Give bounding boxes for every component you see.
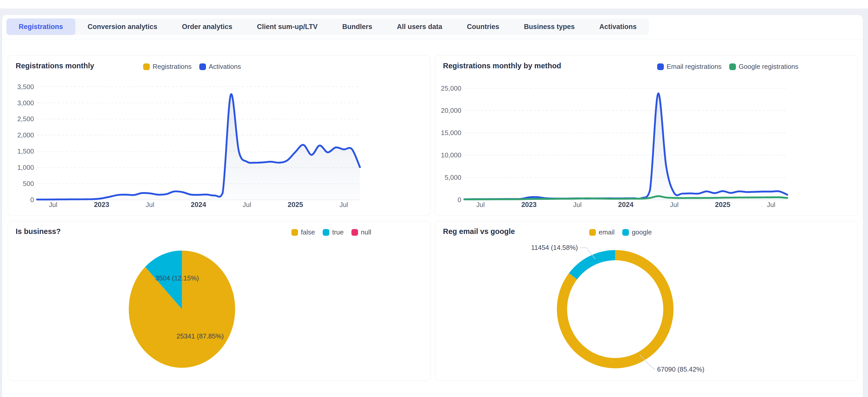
legend-item-email-registrations[interactable]: Email registrations [657,63,721,70]
tab-bundlers[interactable]: Bundlers [330,19,384,35]
legend-label: Registrations [153,63,192,70]
chart-legend: RegistrationsActivations [143,63,241,70]
legend-label: true [332,228,344,236]
legend-label: Google registrations [739,63,799,70]
legend-item-null[interactable]: null [351,228,371,236]
legend-label: null [361,228,371,236]
legend-color-chip [657,63,664,70]
legend-label: false [301,228,315,236]
svg-text:2023: 2023 [94,201,109,208]
svg-text:Jul: Jul [767,201,775,208]
svg-text:25341 (87.85%): 25341 (87.85%) [177,333,224,340]
chart-title: Is business? [16,227,61,236]
svg-text:2023: 2023 [521,201,536,208]
svg-text:2025: 2025 [715,201,731,208]
svg-text:Jul: Jul [340,201,348,208]
chart-title: Registrations monthly [16,62,94,70]
legend-item-activations[interactable]: Activations [199,63,241,70]
svg-text:2,000: 2,000 [17,132,34,139]
registrations-monthly-chart[interactable]: 05001,0001,5002,0002,5003,0003,500Jul202… [8,55,430,216]
chart-legend: emailgoogle [589,228,652,236]
tab-activations[interactable]: Activations [587,19,649,35]
svg-text:Jul: Jul [573,201,582,208]
svg-text:2,500: 2,500 [17,115,34,122]
svg-text:0: 0 [458,196,461,203]
legend-color-chip [729,63,736,70]
svg-text:0: 0 [30,196,34,203]
is-business-pie-chart[interactable]: 25341 (87.85%)3504 (12.15%) [8,221,430,380]
legend-label: email [599,228,615,236]
svg-text:11454 (14.58%): 11454 (14.58%) [531,244,578,251]
chart-legend: falsetruenull [291,228,371,236]
svg-text:10,000: 10,000 [441,151,461,159]
svg-text:3,500: 3,500 [17,83,34,90]
tab-business-types[interactable]: Business types [512,19,587,35]
tab-countries[interactable]: Countries [455,19,512,35]
svg-text:2024: 2024 [191,201,206,208]
legend-color-chip [143,63,150,70]
svg-text:1,000: 1,000 [17,164,34,171]
svg-text:25,000: 25,000 [441,85,461,92]
card-registrations-by-method: Registrations monthly by method Email re… [435,55,858,216]
card-is-business: Is business? falsetruenull 25341 (87.85%… [8,221,430,381]
svg-text:2024: 2024 [618,201,633,208]
svg-text:Jul: Jul [243,201,251,208]
legend-label: google [632,228,652,236]
reg-email-vs-google-donut-chart[interactable]: 67090 (85.42%)11454 (14.58%) [435,221,858,380]
card-registrations-monthly: Registrations monthly RegistrationsActiv… [8,55,430,216]
legend-color-chip [589,229,596,236]
legend-color-chip [622,229,629,236]
legend-label: Activations [209,63,241,70]
legend-label: Email registrations [666,63,721,70]
tab-strip: RegistrationsConversion analyticsOrder a… [6,19,649,35]
card-reg-email-vs-google: Reg email vs google emailgoogle 67090 (8… [435,221,858,381]
svg-text:15,000: 15,000 [441,129,461,136]
svg-text:67090 (85.42%): 67090 (85.42%) [657,366,704,373]
tab-registrations[interactable]: Registrations [6,19,75,35]
chart-legend: Email registrationsGoogle registrations [657,63,799,70]
svg-text:3504 (12.15%): 3504 (12.15%) [155,275,199,282]
legend-color-chip [351,229,358,236]
chart-title: Registrations monthly by method [443,62,561,70]
svg-text:Jul: Jul [49,201,58,208]
header-section: RegistrationsConversion analyticsOrder a… [2,15,863,39]
legend-item-email[interactable]: email [589,228,615,236]
svg-text:Jul: Jul [146,201,154,208]
svg-text:5,000: 5,000 [444,174,461,181]
legend-color-chip [323,229,329,236]
svg-text:1,500: 1,500 [17,148,34,155]
legend-item-google[interactable]: google [622,228,652,236]
registrations-by-method-chart[interactable]: 05,00010,00015,00020,00025,000Jul2023Jul… [435,55,858,216]
chart-title: Reg email vs google [443,227,515,236]
legend-item-google-registrations[interactable]: Google registrations [729,63,799,70]
svg-text:3,000: 3,000 [17,100,34,107]
svg-text:500: 500 [23,180,34,187]
tab-conversion-analytics[interactable]: Conversion analytics [75,19,170,35]
tab-all-users-data[interactable]: All users data [384,19,455,35]
svg-text:Jul: Jul [476,201,485,208]
tab-order-analytics[interactable]: Order analytics [169,19,245,35]
svg-text:Jul: Jul [670,201,678,208]
main-container: RegistrationsConversion analyticsOrder a… [2,15,863,397]
legend-item-false[interactable]: false [291,228,315,236]
tab-client-sum-up-ltv[interactable]: Client sum-up/LTV [245,19,330,35]
svg-text:2025: 2025 [288,201,303,208]
legend-item-registrations[interactable]: Registrations [143,63,192,70]
svg-text:20,000: 20,000 [441,107,461,114]
legend-color-chip [291,229,298,236]
legend-color-chip [199,63,206,70]
legend-item-true[interactable]: true [323,228,344,236]
